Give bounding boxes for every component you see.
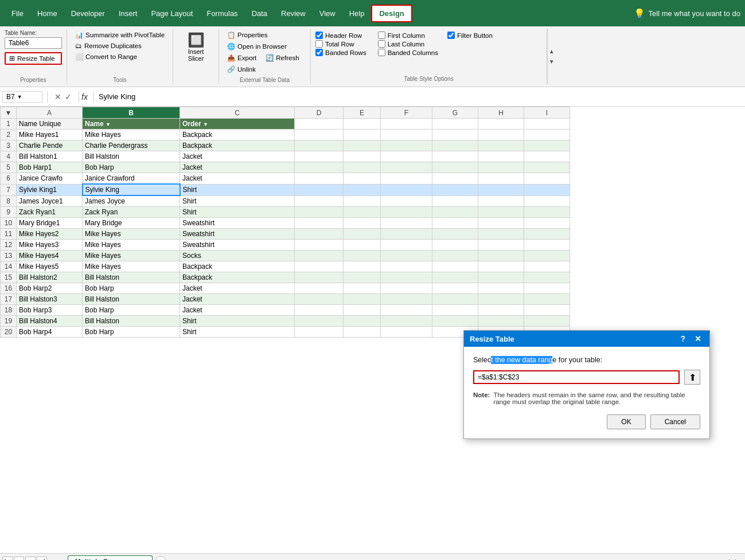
cell-f3[interactable]	[381, 140, 432, 151]
col-header-a[interactable]: A	[17, 107, 83, 119]
cell-i16[interactable]	[524, 283, 570, 294]
table-name-input[interactable]	[5, 37, 62, 49]
cell-c3[interactable]: Backpack	[180, 140, 295, 151]
cell-g7[interactable]	[432, 184, 478, 195]
cell-a16[interactable]: Bob Harp2	[17, 283, 83, 294]
cell-e7[interactable]	[344, 184, 381, 195]
cell-f8[interactable]	[381, 195, 432, 207]
menu-insert[interactable]: Insert	[112, 6, 145, 21]
cell-h8[interactable]	[478, 195, 524, 207]
cell-b12[interactable]: Mike Hayes	[83, 240, 180, 250]
resize-table-dialog[interactable]: Resize Table ? ✕ Select the new data ran…	[463, 330, 710, 439]
add-sheet-button[interactable]: +	[155, 556, 166, 561]
cell-h6[interactable]	[478, 173, 524, 185]
cell-b11[interactable]: Mike Hayes	[83, 229, 180, 240]
cell-h5[interactable]	[478, 162, 524, 173]
open-browser-button[interactable]: 🌐 Open in Browser	[224, 41, 290, 52]
cell-c14[interactable]: Backpack	[180, 261, 295, 272]
cell-e4[interactable]	[344, 151, 381, 162]
cell-g15[interactable]	[432, 272, 478, 283]
cell-h14[interactable]	[478, 261, 524, 272]
dialog-range-input[interactable]	[473, 370, 680, 384]
cell-e9[interactable]	[344, 207, 381, 218]
menu-page-layout[interactable]: Page Layout	[144, 6, 200, 21]
cell-g17[interactable]	[432, 294, 478, 305]
cell-f10[interactable]	[381, 218, 432, 229]
menu-home[interactable]: Home	[30, 6, 64, 21]
cell-a6[interactable]: Janice Crawfo	[17, 173, 83, 185]
cell-a3[interactable]: Charlie Pende	[17, 140, 83, 151]
cell-d11[interactable]	[295, 229, 344, 240]
cell-e15[interactable]	[344, 272, 381, 283]
formula-input[interactable]	[96, 92, 743, 101]
cell-g2[interactable]	[432, 130, 478, 140]
cell-b9[interactable]: Zack Ryan	[83, 207, 180, 218]
cell-i18[interactable]	[524, 305, 570, 316]
resize-table-button[interactable]: ⊞ Resize Table	[5, 52, 62, 65]
total-row-checkbox[interactable]	[315, 40, 323, 48]
sheet-tab-multiple-occurrences[interactable]: Multiple Occurrences	[68, 555, 153, 560]
cell-g3[interactable]	[432, 140, 478, 151]
menu-help[interactable]: Help	[342, 6, 372, 21]
dropdown-icon[interactable]: ▼	[17, 94, 22, 100]
col-header-b[interactable]: B	[83, 107, 180, 119]
cell-d13[interactable]	[295, 250, 344, 261]
cell-g8[interactable]	[432, 195, 478, 207]
cell-f4[interactable]	[381, 151, 432, 162]
cell-h4[interactable]	[478, 151, 524, 162]
ribbon-scroll-down[interactable]: ▼	[549, 57, 555, 67]
col-header-d[interactable]: D	[295, 107, 344, 119]
cell-i1[interactable]	[524, 119, 570, 130]
filter-button-checkbox[interactable]	[447, 32, 455, 39]
cell-c5[interactable]: Jacket	[180, 162, 295, 173]
cell-c13[interactable]: Socks	[180, 250, 295, 261]
cell-c12[interactable]: Sweatshirt	[180, 240, 295, 250]
cell-b6[interactable]: Janice Crawford	[83, 173, 180, 185]
cell-a5[interactable]: Bob Harp1	[17, 162, 83, 173]
cell-c7[interactable]: Shirt	[180, 184, 295, 195]
sheet-table-wrapper[interactable]: ▼ A B C D E F G H I 1Name UniqueName ▼Or…	[0, 107, 745, 553]
cell-f14[interactable]	[381, 261, 432, 272]
cell-reference-box[interactable]: B7 ▼	[2, 91, 42, 103]
cell-b13[interactable]: Mike Hayes	[83, 250, 180, 261]
summarize-pivot-button[interactable]: 📊 Summarize with PivotTable	[72, 30, 168, 40]
cell-b3[interactable]: Charlie Pendergrass	[83, 140, 180, 151]
cell-d18[interactable]	[295, 305, 344, 316]
convert-to-range-button[interactable]: ⬜ Convert to Range	[72, 52, 168, 62]
cell-h13[interactable]	[478, 250, 524, 261]
cell-g16[interactable]	[432, 283, 478, 294]
tab-prev-button[interactable]: ◀	[14, 557, 24, 561]
dialog-cancel-button[interactable]: Cancel	[650, 414, 700, 429]
cell-f2[interactable]	[381, 130, 432, 140]
cell-b5[interactable]: Bob Harp	[83, 162, 180, 173]
cell-a13[interactable]: Mike Hayes4	[17, 250, 83, 261]
remove-duplicates-button[interactable]: 🗂 Remove Duplicates	[72, 41, 168, 50]
cell-g12[interactable]	[432, 240, 478, 250]
cell-b19[interactable]: Bill Halston	[83, 316, 180, 327]
cell-a2[interactable]: Mike Hayes1	[17, 130, 83, 140]
cell-f15[interactable]	[381, 272, 432, 283]
ribbon-scroll-up[interactable]: ▲	[549, 46, 555, 57]
scroll-left-icon[interactable]: ◀	[722, 558, 732, 561]
cell-h10[interactable]	[478, 218, 524, 229]
cell-e5[interactable]	[344, 162, 381, 173]
cell-a9[interactable]: Zack Ryan1	[17, 207, 83, 218]
cell-d17[interactable]	[295, 294, 344, 305]
cell-d14[interactable]	[295, 261, 344, 272]
cell-f18[interactable]	[381, 305, 432, 316]
insert-slicer-button[interactable]: 🔲 InsertSlicer	[183, 30, 209, 64]
cell-b10[interactable]: Mary Bridge	[83, 218, 180, 229]
cell-a14[interactable]: Mike Hayes5	[17, 261, 83, 272]
cell-d6[interactable]	[295, 173, 344, 185]
col-header-c[interactable]: C	[180, 107, 295, 119]
cell-h19[interactable]	[478, 316, 524, 327]
cell-h12[interactable]	[478, 240, 524, 250]
menu-view[interactable]: View	[313, 6, 342, 21]
cell-c16[interactable]: Jacket	[180, 283, 295, 294]
cell-i3[interactable]	[524, 140, 570, 151]
cell-a1[interactable]: Name Unique	[17, 119, 83, 130]
cell-d20[interactable]	[295, 327, 344, 338]
cell-i12[interactable]	[524, 240, 570, 250]
cell-e10[interactable]	[344, 218, 381, 229]
cell-g5[interactable]	[432, 162, 478, 173]
